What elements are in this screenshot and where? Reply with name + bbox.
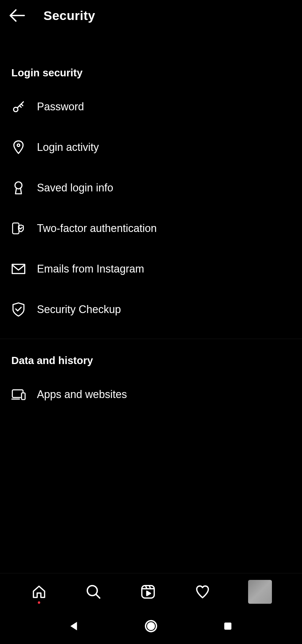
nav-profile[interactable] <box>248 580 272 604</box>
svg-marker-15 <box>70 622 77 631</box>
device-shield-icon <box>11 221 26 236</box>
svg-rect-18 <box>224 623 231 630</box>
content: Login security Password Login activity <box>0 31 302 573</box>
search-icon <box>86 584 101 599</box>
nav-home[interactable] <box>30 583 48 601</box>
keyhole-icon <box>11 181 26 195</box>
location-icon <box>11 140 26 154</box>
shield-check-icon <box>11 302 26 317</box>
square-recent-icon <box>223 621 233 631</box>
back-button[interactable] <box>9 7 26 24</box>
back-arrow-icon <box>9 7 26 24</box>
item-login-activity[interactable]: Login activity <box>0 127 302 168</box>
item-label: Apps and websites <box>37 388 127 401</box>
system-recent[interactable] <box>220 619 235 634</box>
triangle-back-icon <box>69 620 80 632</box>
item-two-factor[interactable]: Two-factor authentication <box>0 208 302 249</box>
item-security-checkup[interactable]: Security Checkup <box>0 289 302 330</box>
svg-marker-14 <box>147 591 151 596</box>
svg-line-9 <box>96 594 100 598</box>
notification-dot <box>38 601 40 604</box>
nav-search[interactable] <box>85 583 102 601</box>
item-label: Saved login info <box>37 182 113 194</box>
item-label: Emails from Instagram <box>37 263 144 275</box>
item-saved-login[interactable]: Saved login info <box>0 168 302 208</box>
item-password[interactable]: Password <box>0 86 302 127</box>
svg-point-2 <box>17 144 20 147</box>
item-label: Security Checkup <box>37 303 121 316</box>
page-title: Security <box>43 8 95 23</box>
section-title-data: Data and history <box>0 354 302 374</box>
system-home[interactable] <box>144 619 158 634</box>
heart-icon <box>195 584 210 600</box>
item-label: Two-factor authentication <box>37 222 157 235</box>
key-icon <box>11 100 26 114</box>
home-icon <box>32 584 46 599</box>
item-apps-websites[interactable]: Apps and websites <box>0 374 302 415</box>
nav-reels[interactable] <box>139 583 157 601</box>
reels-icon <box>141 584 155 599</box>
item-label: Login activity <box>37 141 99 154</box>
section-title-login: Login security <box>0 67 302 86</box>
header: Security <box>0 0 302 31</box>
svg-rect-5 <box>12 264 25 274</box>
bottom-nav <box>0 573 302 610</box>
item-label: Password <box>37 100 84 113</box>
profile-avatar <box>248 580 272 604</box>
item-emails[interactable]: Emails from Instagram <box>0 249 302 289</box>
devices-icon <box>11 387 26 402</box>
system-back[interactable] <box>67 619 82 634</box>
svg-point-17 <box>148 623 154 629</box>
nav-activity[interactable] <box>194 583 211 601</box>
system-nav <box>0 610 302 644</box>
circle-home-icon <box>144 620 158 633</box>
divider <box>0 339 302 339</box>
mail-icon <box>11 262 26 276</box>
svg-rect-7 <box>21 393 25 400</box>
